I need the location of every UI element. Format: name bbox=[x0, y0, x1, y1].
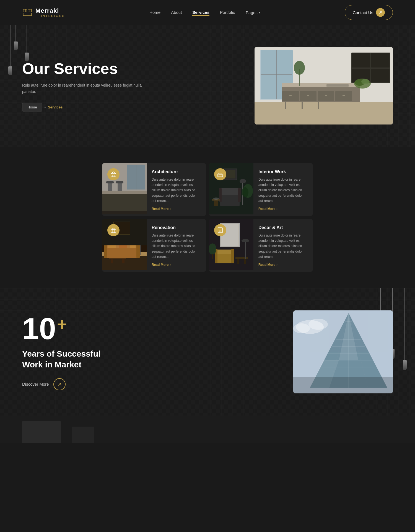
hero-section: Our Services Ruis aute irure dolor in re… bbox=[0, 25, 415, 147]
architecture-desc: Duis aute irure dolor in reare aenderit … bbox=[152, 177, 201, 204]
arrow-right-icon-4: › bbox=[276, 263, 277, 267]
bottom-partial bbox=[0, 416, 415, 443]
nav-item-home[interactable]: Home bbox=[149, 10, 160, 15]
arrow-right-icon-2: › bbox=[276, 207, 277, 211]
nav-item-pages[interactable]: Pages ▾ bbox=[246, 10, 260, 15]
renovation-content: Renovation Duis aute irure dolor in rear… bbox=[147, 219, 206, 272]
lamp-decoration-3 bbox=[8, 25, 12, 75]
nav-item-portfolio[interactable]: Portfolio bbox=[220, 10, 235, 15]
interior-icon bbox=[214, 168, 226, 180]
svg-rect-36 bbox=[255, 47, 393, 124]
service-image-architecture bbox=[102, 163, 147, 216]
service-card-renovation: Renovation Duis aute irure dolor in rear… bbox=[102, 219, 206, 272]
logo-icon bbox=[22, 7, 33, 18]
stats-building-image bbox=[293, 310, 393, 393]
nav-link-services[interactable]: Services bbox=[192, 10, 209, 16]
architecture-title: Architecture bbox=[152, 169, 201, 174]
architecture-icon bbox=[107, 168, 120, 180]
right-lamp-3 bbox=[403, 288, 407, 370]
lamp-decoration-1 bbox=[14, 25, 18, 50]
nav-link-about[interactable]: About bbox=[171, 10, 182, 15]
decor-icon bbox=[214, 224, 226, 236]
decor-content: Decor & Art Duis aute irure dolor in rea… bbox=[253, 219, 313, 272]
hero-text: Our Services Ruis aute irure dolor in re… bbox=[22, 60, 144, 111]
hero-title: Our Services bbox=[22, 60, 144, 77]
nav-right: Contact Us ↗ bbox=[345, 5, 393, 20]
arrow-up-right-icon: ↗ bbox=[57, 381, 61, 387]
hero-image bbox=[255, 47, 393, 124]
nav-link-pages[interactable]: Pages bbox=[246, 10, 258, 15]
arrow-icon: ↗ bbox=[376, 8, 385, 17]
service-image-renovation bbox=[102, 219, 147, 272]
nav-item-about[interactable]: About bbox=[171, 10, 182, 15]
bottom-box-1 bbox=[22, 421, 61, 443]
stats-plus: + bbox=[57, 316, 67, 333]
service-image-decor bbox=[209, 219, 253, 272]
services-section: Architecture Duis aute irure dolor in re… bbox=[0, 147, 415, 288]
navbar: Merraki — interiors Home About Services … bbox=[0, 0, 415, 25]
logo[interactable]: Merraki — interiors bbox=[22, 7, 65, 18]
architecture-read-more[interactable]: Read More › bbox=[152, 207, 201, 211]
svg-rect-134 bbox=[293, 377, 393, 393]
nav-item-services[interactable]: Services bbox=[192, 10, 209, 15]
svg-point-137 bbox=[293, 323, 310, 333]
arrow-right-icon: › bbox=[170, 207, 171, 211]
decor-desc: Duis aute irure dolor in reare aenderit … bbox=[258, 233, 308, 259]
svg-rect-0 bbox=[23, 9, 27, 12]
decor-read-more[interactable]: Read More › bbox=[258, 263, 308, 267]
discover-more-row: Discover More ↗ bbox=[22, 378, 100, 390]
decor-title: Decor & Art bbox=[258, 225, 308, 230]
service-card-decor: Decor & Art Duis aute irure dolor in rea… bbox=[209, 219, 313, 272]
service-image-interior bbox=[209, 163, 253, 216]
stats-number: 10 + bbox=[22, 313, 100, 344]
svg-rect-51 bbox=[113, 175, 114, 177]
discover-more-label: Discover More bbox=[22, 382, 49, 386]
hero-kitchen-image bbox=[255, 47, 393, 124]
renovation-read-more[interactable]: Read More › bbox=[152, 263, 201, 267]
brand-name: Merraki bbox=[35, 7, 65, 14]
svg-rect-2 bbox=[23, 13, 32, 16]
brand-tagline: — interiors bbox=[35, 14, 65, 17]
interior-content: Interior Work Duis aute irure dolor in r… bbox=[253, 163, 313, 216]
renovation-title: Renovation bbox=[152, 225, 201, 230]
hero-description: Ruis aute irure dolor in rearehenderit i… bbox=[22, 82, 144, 95]
breadcrumb: Home - Services bbox=[22, 103, 144, 111]
bottom-box-2 bbox=[72, 427, 94, 443]
services-grid: Architecture Duis aute irure dolor in re… bbox=[102, 163, 313, 272]
stats-subtitle: Years of Successful Work in Market bbox=[22, 348, 100, 370]
lamp-decoration-2 bbox=[25, 25, 29, 61]
svg-point-136 bbox=[308, 319, 328, 330]
renovation-icon bbox=[107, 224, 120, 236]
interior-title: Interior Work bbox=[258, 169, 308, 174]
breadcrumb-separator: - bbox=[45, 105, 46, 109]
renovation-desc: Duis aute irure dolor in reare aenderit … bbox=[152, 233, 201, 259]
stats-left: 10 + Years of Successful Work in Market … bbox=[22, 313, 100, 390]
nav-link-portfolio[interactable]: Portfolio bbox=[220, 10, 235, 15]
contact-us-label: Contact Us bbox=[353, 10, 373, 15]
chevron-down-icon: ▾ bbox=[259, 11, 260, 14]
nav-links: Home About Services Portfolio Pages ▾ bbox=[149, 10, 260, 15]
building-svg bbox=[293, 310, 393, 393]
architecture-content: Architecture Duis aute irure dolor in re… bbox=[147, 163, 206, 216]
nav-link-home[interactable]: Home bbox=[149, 10, 160, 15]
contact-us-button[interactable]: Contact Us ↗ bbox=[345, 5, 393, 20]
interior-read-more[interactable]: Read More › bbox=[258, 207, 308, 211]
breadcrumb-home[interactable]: Home bbox=[22, 103, 42, 111]
service-card-architecture: Architecture Duis aute irure dolor in re… bbox=[102, 163, 206, 216]
interior-desc: Duis aute irure dolor in reare aenderit … bbox=[258, 177, 308, 204]
arrow-right-icon-3: › bbox=[170, 263, 171, 267]
breadcrumb-current: Services bbox=[48, 105, 63, 109]
service-card-interior: Interior Work Duis aute irure dolor in r… bbox=[209, 163, 313, 216]
discover-arrow-button[interactable]: ↗ bbox=[53, 378, 66, 390]
stats-section: 10 + Years of Successful Work in Market … bbox=[0, 288, 415, 416]
